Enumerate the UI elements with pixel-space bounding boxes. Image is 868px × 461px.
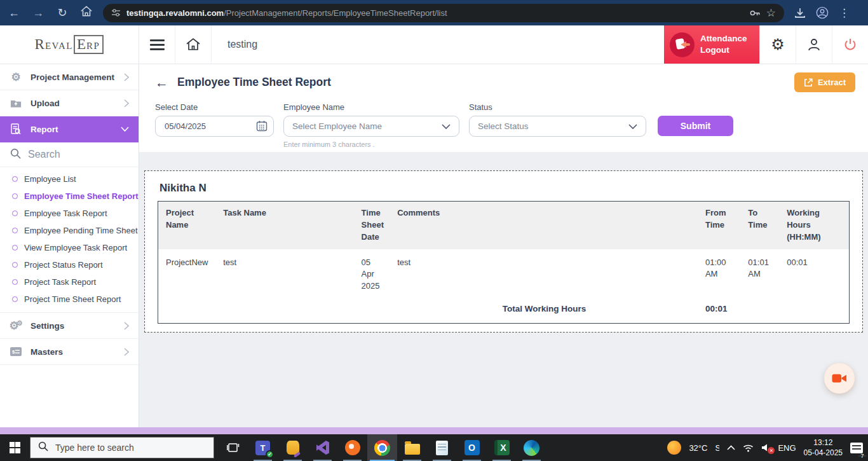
status-select[interactable]: Select Status: [469, 116, 646, 137]
taskbar-search-input[interactable]: [55, 443, 195, 453]
chevron-down-icon: [628, 121, 637, 131]
volume-muted-icon[interactable]: ✕: [761, 443, 770, 452]
sidebar: ⚙ Project Management Upload Report Empl: [0, 64, 139, 427]
outlook-app-icon[interactable]: O: [457, 434, 487, 461]
submenu-employee-list[interactable]: Employee List: [0, 170, 139, 188]
back-arrow-icon[interactable]: ←: [155, 76, 168, 89]
browser-menu-icon[interactable]: ⋮: [839, 8, 850, 18]
col-from-time: From Time: [698, 202, 740, 249]
notepad-app-icon[interactable]: [427, 434, 457, 461]
sidebar-search[interactable]: [0, 142, 139, 167]
submenu-employee-pending-time-sheet[interactable]: Employee Pending Time Sheet: [0, 222, 139, 239]
total-row: Total Working Hours 00:01: [158, 301, 849, 323]
system-tray: 32°C S ✕ ENG 13:12 05-04-2025 7: [667, 437, 868, 458]
sidebar-search-input[interactable]: [28, 149, 117, 160]
edge-app-icon[interactable]: [517, 434, 546, 461]
table-header-row: Project Name Task Name Time Sheet Date C…: [158, 202, 849, 249]
report-submenu: Employee List Employee Time Sheet Report…: [0, 167, 139, 313]
sidebar-item-settings[interactable]: ⚙⚙ Settings: [0, 313, 139, 339]
cell-task: test: [215, 249, 353, 302]
submit-button[interactable]: Submit: [658, 116, 733, 136]
url-text: testingqa.revalomni.com/ProjectManagemen…: [126, 8, 743, 18]
site-info-icon[interactable]: [111, 8, 121, 17]
ssms-app-icon[interactable]: [278, 434, 308, 461]
sidebar-item-label: Upload: [31, 99, 60, 108]
employee-name-label: Employee Name: [283, 102, 459, 112]
submenu-employee-time-sheet-report[interactable]: Employee Time Sheet Report: [0, 188, 139, 205]
password-key-icon[interactable]: [749, 8, 761, 18]
wifi-icon[interactable]: [743, 444, 754, 452]
chevron-down-icon: [121, 127, 129, 132]
page-title: Employee Time Sheet Report: [177, 76, 331, 89]
window-edge-strip: [0, 427, 868, 434]
video-camera-icon: [832, 373, 847, 384]
cell-from: 01:00 AM: [698, 249, 740, 302]
col-working-hours: Working Hours (HH:MM): [779, 202, 849, 249]
weather-icon[interactable]: [667, 441, 681, 455]
excel-app-icon[interactable]: X: [487, 434, 517, 461]
radio-bullet-icon: [12, 176, 18, 182]
sidebar-item-project-management[interactable]: ⚙ Project Management: [0, 64, 139, 90]
sidebar-item-label: Project Management: [31, 72, 114, 82]
col-task-name: Task Name: [215, 202, 353, 249]
logo: REVALERP: [0, 25, 139, 64]
start-button[interactable]: [0, 434, 30, 461]
content-area: ← Employee Time Sheet Report Extract Sel…: [139, 64, 868, 427]
clock[interactable]: 13:12 05-04-2025: [804, 437, 843, 458]
radio-bullet-icon: [12, 262, 18, 268]
sidebar-item-masters[interactable]: $ Masters: [0, 339, 139, 365]
notification-center-icon[interactable]: 7: [850, 443, 863, 453]
submenu-project-status-report[interactable]: Project Status Report: [0, 256, 139, 273]
visual-studio-app-icon[interactable]: [308, 434, 337, 461]
report-section: Nikitha N Project Name Task Name Time Sh…: [144, 170, 863, 333]
submenu-project-time-sheet-report[interactable]: Project Time Sheet Report: [0, 291, 139, 308]
sidebar-item-report[interactable]: Report: [0, 116, 139, 142]
browser-profile-icon[interactable]: [816, 6, 829, 19]
radio-bullet-icon: [12, 245, 18, 251]
report-icon: [10, 123, 22, 135]
user-profile-icon[interactable]: [796, 25, 832, 64]
settings-gear-icon[interactable]: ⚙: [759, 25, 796, 64]
submenu-project-task-report[interactable]: Project Task Report: [0, 273, 139, 291]
cell-comments: test: [390, 249, 698, 302]
sidebar-item-upload[interactable]: Upload: [0, 90, 139, 116]
download-icon[interactable]: [794, 8, 806, 18]
back-icon[interactable]: ←: [6, 6, 22, 20]
timesheet-table: Project Name Task Name Time Sheet Date C…: [158, 202, 849, 323]
submenu-view-employee-task-report[interactable]: View Employee Task Report: [0, 239, 139, 256]
cell-date: 05 Apr 2025: [354, 249, 390, 302]
cell-to: 01:01 AM: [740, 249, 779, 302]
screen-record-camera-button[interactable]: [824, 363, 855, 394]
submenu-employee-task-report[interactable]: Employee Task Report: [0, 205, 139, 222]
file-explorer-app-icon[interactable]: [397, 434, 427, 461]
chevron-down-icon: [442, 121, 451, 131]
refresh-icon[interactable]: ↻: [55, 6, 70, 20]
col-time-sheet-date: Time Sheet Date: [354, 202, 390, 249]
cell-project: ProjectNew: [158, 249, 215, 302]
hamburger-menu-icon[interactable]: [139, 25, 175, 64]
forward-icon[interactable]: →: [31, 6, 46, 20]
chrome-app-icon[interactable]: [367, 434, 397, 461]
sidebar-item-label: Settings: [31, 321, 64, 331]
postman-app-icon[interactable]: [337, 434, 367, 461]
temperature[interactable]: 32°C: [689, 443, 707, 453]
calendar-icon[interactable]: [256, 120, 268, 134]
extract-button[interactable]: Extract: [794, 72, 855, 92]
task-view-button[interactable]: [218, 434, 248, 461]
power-icon[interactable]: [832, 25, 868, 64]
employee-name-select[interactable]: Select Employee Name: [283, 116, 459, 137]
radio-bullet-icon: [12, 228, 18, 233]
language-indicator[interactable]: ENG: [778, 443, 796, 453]
teams-app-icon[interactable]: T✓: [248, 434, 278, 461]
address-bar[interactable]: testingqa.revalomni.com/ProjectManagemen…: [103, 4, 784, 22]
browser-home-icon[interactable]: [79, 5, 94, 20]
taskbar-search[interactable]: [30, 437, 214, 458]
show-hidden-icons-chevron[interactable]: [727, 445, 735, 450]
cell-hours: 00:01: [779, 249, 849, 302]
attendance-logout-button[interactable]: AttendanceLogout: [664, 25, 759, 64]
bookmark-star-icon[interactable]: ☆: [766, 6, 776, 20]
search-icon: [10, 148, 21, 162]
masters-list-icon: $: [10, 347, 22, 356]
workspace-name: testing: [227, 39, 257, 50]
home-icon[interactable]: [175, 25, 212, 64]
